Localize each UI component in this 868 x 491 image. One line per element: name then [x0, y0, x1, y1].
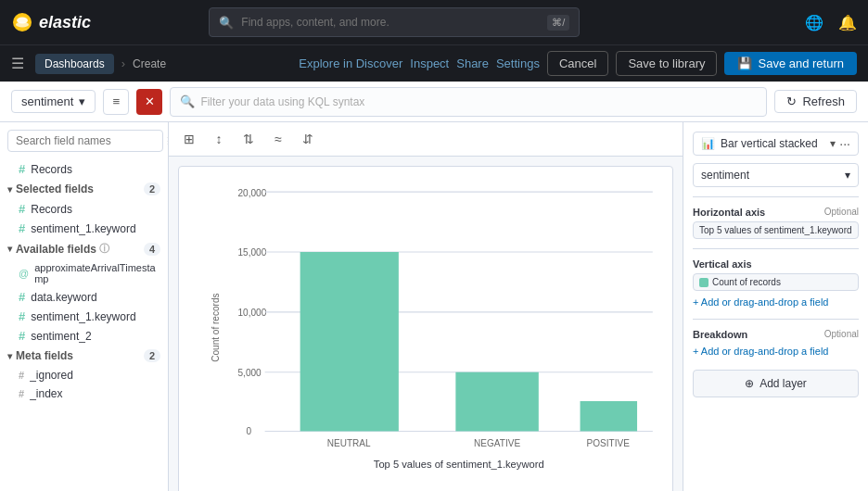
vertical-axis-label: Vertical axis [693, 258, 859, 270]
available-fields-section[interactable]: ▾ Available fields ⓘ 4 [0, 238, 168, 259]
nav-actions: Explore in Discover Inspect Share Settin… [299, 51, 857, 76]
y-axis-label: Count of records [211, 293, 221, 361]
section-arrow: ▾ [7, 351, 12, 361]
y-tick-5000: 5,000 [238, 368, 262, 378]
sentiment-dropdown[interactable]: sentiment ▾ [693, 163, 859, 187]
chart-type-chevron[interactable]: ▾ [830, 137, 836, 150]
hamburger-menu[interactable]: ☰ [11, 55, 24, 72]
filter-options-button[interactable]: ≡ [103, 89, 129, 115]
y-tick-0: 0 [246, 426, 251, 436]
breakdown-add-field[interactable]: + Add or drag-and-drop a field [693, 344, 859, 359]
section-divider-1 [693, 196, 859, 197]
chevron-down-icon: ▾ [79, 94, 85, 108]
selected-sentiment-keyword-item[interactable]: # sentiment_1.keyword [0, 219, 168, 238]
settings-link[interactable]: Settings [496, 57, 540, 70]
field-type-icon: @ [19, 268, 29, 279]
cancel-button[interactable]: Cancel [547, 51, 608, 76]
remove-filter-button[interactable]: ✕ [136, 89, 162, 115]
horizontal-axis-value[interactable]: Top 5 values of sentiment_1.keyword [693, 221, 859, 239]
help-icon[interactable]: 🌐 [805, 14, 823, 31]
field-search-area: ☰ 0 [0, 122, 168, 159]
vertical-add-field[interactable]: + Add or drag-and-drop a field [693, 295, 859, 309]
breadcrumb-create[interactable]: Create [133, 57, 166, 70]
viz-tool-sort[interactable]: ↕ [206, 126, 232, 152]
chart-type-more[interactable]: ··· [839, 136, 850, 151]
available-fields-label: Available fields [16, 243, 96, 256]
field-type-icon: # [19, 329, 25, 343]
arrival-timestamp-item[interactable]: @ approximateArrivalTimestamp [0, 259, 168, 287]
meta-fields-section[interactable]: ▾ Meta fields 2 [0, 346, 168, 366]
viz-tool-table[interactable]: ⊞ [176, 126, 202, 152]
viz-tool-stats[interactable]: ≈ [265, 126, 291, 152]
notifications-icon[interactable]: 🔔 [838, 14, 857, 31]
left-panel: ☰ 0 # Records ▾ Selected fields 2 # Reco… [0, 122, 169, 491]
y-tick-20000: 20,000 [238, 188, 267, 198]
selected-fields-label: Selected fields [16, 183, 94, 195]
x-label-negative: NEGATIVE [474, 438, 520, 448]
field-search-input[interactable] [7, 130, 163, 152]
field-type-icon: # [19, 162, 25, 176]
refresh-icon: ↻ [786, 94, 797, 108]
kql-filter-input[interactable]: 🔍 Filter your data using KQL syntax [170, 87, 767, 117]
save-icon: 💾 [737, 57, 752, 70]
bar-neutral[interactable] [300, 252, 399, 431]
selected-records-item[interactable]: # Records [0, 199, 168, 219]
horizontal-axis-label: Horizontal axis Optional [693, 207, 859, 218]
add-layer-button[interactable]: ⊕ Add layer [693, 370, 859, 397]
x-label-neutral: NEUTRAL [327, 438, 371, 448]
viz-area: Count of records 20,000 15,000 10,000 5,… [169, 157, 683, 491]
bar-positive[interactable] [581, 401, 638, 431]
breakdown-label: Breakdown Optional [693, 329, 859, 340]
x-label-positive: POSITIVE [587, 438, 631, 448]
breadcrumb-separator: › [121, 57, 125, 70]
sentiment-chevron: ▾ [845, 169, 850, 182]
viz-tool-more[interactable]: ⇵ [295, 126, 321, 152]
breadcrumb-dashboards[interactable]: Dashboards [35, 54, 114, 74]
save-and-return-button[interactable]: 💾 Save and return [724, 52, 857, 75]
explore-discover-link[interactable]: Explore in Discover [299, 57, 402, 70]
viz-toolbar: ⊞ ↕ ⇅ ≈ ⇵ [169, 122, 683, 157]
field-type-icon: # [19, 221, 25, 235]
inspect-link[interactable]: Inspect [410, 57, 449, 70]
vertical-axis-color [699, 278, 708, 287]
viz-tool-filter[interactable]: ⇅ [236, 126, 262, 152]
chart-type-row[interactable]: 📊 Bar vertical stacked ▾ ··· [693, 132, 859, 156]
sentiment2-item[interactable]: # sentiment_2 [0, 326, 168, 346]
sentiment1-keyword-item[interactable]: # sentiment_1.keyword [0, 307, 168, 326]
right-panel: 📊 Bar vertical stacked ▾ ··· sentiment ▾… [683, 122, 868, 491]
data-keyword-item[interactable]: # data.keyword [0, 287, 168, 307]
vertical-axis-value[interactable]: Count of records [693, 273, 859, 291]
meta-fields-count: 2 [144, 349, 160, 362]
field-type-icon: # [19, 388, 24, 399]
svg-point-2 [16, 22, 29, 28]
field-type-icon: # [19, 290, 25, 304]
horizontal-axis-section: Horizontal axis Optional Top 5 values of… [693, 207, 859, 239]
meta-fields-label: Meta fields [16, 349, 73, 362]
search-icon: 🔍 [219, 16, 234, 30]
index-field-item[interactable]: # _index [0, 384, 168, 403]
breakdown-section: Breakdown Optional + Add or drag-and-dro… [693, 329, 859, 359]
section-arrow: ▾ [7, 244, 12, 254]
second-nav: ☰ Dashboards › Create Explore in Discove… [0, 44, 868, 82]
selected-fields-section[interactable]: ▾ Selected fields 2 [0, 179, 168, 199]
save-to-library-button[interactable]: Save to library [616, 51, 717, 76]
bar-negative[interactable] [455, 372, 538, 432]
available-fields-count: 4 [144, 243, 160, 256]
logo-text: elastic [39, 13, 91, 32]
global-search-input[interactable] [241, 16, 540, 29]
ignored-field-item[interactable]: # _ignored [0, 366, 168, 384]
x-axis-title: Top 5 values of sentiment_1.keyword [374, 459, 544, 470]
refresh-button[interactable]: ↻ Refresh [774, 90, 857, 113]
y-tick-15000: 15,000 [238, 247, 267, 258]
vertical-axis-section: Vertical axis Count of records + Add or … [693, 258, 859, 309]
global-search-bar[interactable]: 🔍 ⌘/ [209, 7, 580, 37]
search-kbd: ⌘/ [547, 15, 569, 31]
center-area: ⊞ ↕ ⇅ ≈ ⇵ Count of records 20,000 15,000… [169, 122, 683, 491]
field-type-icon: # [19, 370, 24, 381]
filter-bar: sentiment ▾ ≡ ✕ 🔍 Filter your data using… [0, 82, 868, 122]
sentiment-filter-button[interactable]: sentiment ▾ [11, 90, 96, 113]
share-link[interactable]: Share [456, 57, 489, 70]
section-arrow: ▾ [7, 184, 12, 195]
selected-fields-count: 2 [144, 183, 160, 195]
records-field-item[interactable]: # Records [0, 159, 168, 179]
